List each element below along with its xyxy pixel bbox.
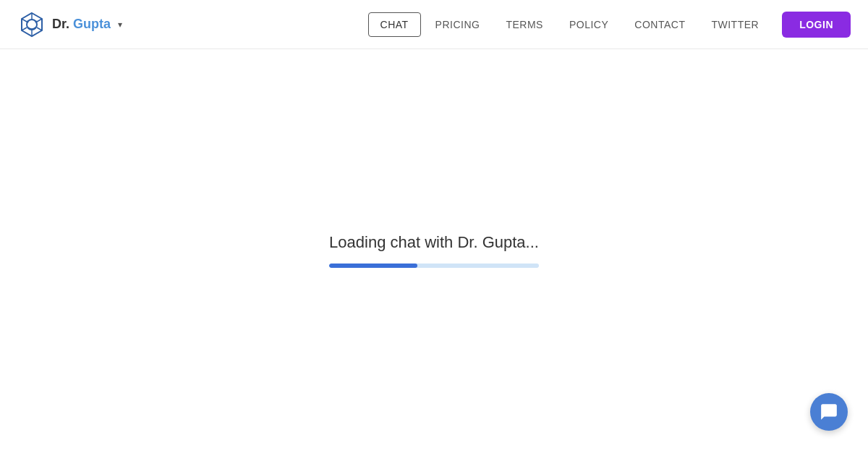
svg-line-7: [37, 28, 42, 30]
dropdown-arrow-icon: ▾: [118, 20, 122, 30]
progress-bar-fill: [329, 264, 417, 268]
logo-area[interactable]: Dr. Gupta ▾: [17, 10, 122, 39]
main-nav: CHAT PRICING TERMS POLICY CONTACT TWITTE…: [368, 12, 851, 38]
nav-pricing[interactable]: PRICING: [424, 13, 492, 36]
nav-terms[interactable]: TERMS: [494, 13, 555, 36]
chat-bubble-icon: [820, 402, 838, 421]
loading-text: Loading chat with Dr. Gupta...: [329, 233, 539, 252]
progress-bar-container: [329, 264, 539, 268]
logo-text: Dr. Gupta: [52, 17, 111, 32]
nav-chat[interactable]: CHAT: [368, 12, 421, 37]
svg-line-9: [22, 28, 27, 30]
nav-policy[interactable]: POLICY: [558, 13, 620, 36]
login-button[interactable]: LOGIN: [782, 12, 851, 38]
chat-bubble-button[interactable]: [810, 393, 848, 431]
main-header: Dr. Gupta ▾ CHAT PRICING TERMS POLICY CO…: [0, 0, 868, 49]
nav-twitter[interactable]: TWITTER: [699, 13, 770, 36]
svg-line-6: [22, 19, 27, 22]
svg-line-8: [37, 19, 42, 22]
nav-contact[interactable]: CONTACT: [623, 13, 697, 36]
main-content: Loading chat with Dr. Gupta...: [0, 49, 868, 451]
logo-icon: [17, 10, 46, 39]
